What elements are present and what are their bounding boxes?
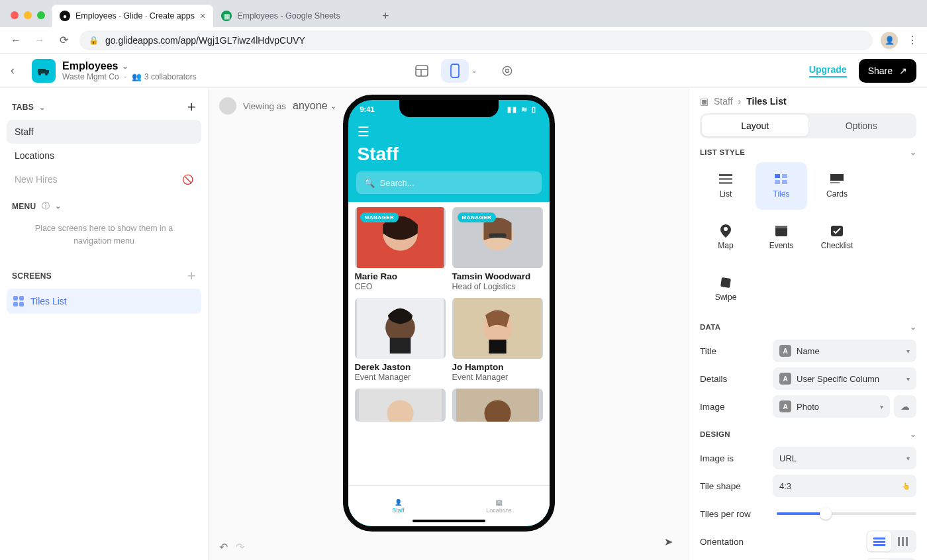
svg-rect-26 bbox=[719, 178, 732, 180]
add-tab-button[interactable]: + bbox=[187, 99, 196, 116]
device-tablet[interactable] bbox=[408, 59, 436, 83]
tiles-content[interactable]: MANAGER Marie Rao CEO MANAGER Tamsin Woo… bbox=[348, 202, 550, 506]
share-button[interactable]: Share ↗ bbox=[859, 59, 916, 83]
hamburger-icon[interactable]: ☰ bbox=[348, 120, 550, 140]
title-column-select[interactable]: AName▾ bbox=[773, 340, 916, 362]
window-controls[interactable] bbox=[11, 11, 45, 19]
app-back-button[interactable]: ‹ bbox=[11, 64, 25, 77]
profile-avatar[interactable]: 👤 bbox=[881, 32, 898, 49]
search-placeholder: Search... bbox=[380, 178, 415, 188]
browser-tab-sheets[interactable]: ▦ Employees - Google Sheets bbox=[213, 5, 372, 27]
tile-card[interactable]: Derek Jaston Event Manager bbox=[355, 298, 446, 382]
minimize-window[interactable] bbox=[24, 11, 32, 19]
list-style-section[interactable]: LIST STYLE ⌄ bbox=[700, 148, 916, 157]
phone-preview: 9:41 ▮▮ ≋ ▯ ☰ Staff 🔍 Search... MANAGER bbox=[343, 95, 555, 532]
style-events[interactable]: Events bbox=[756, 214, 807, 261]
screen-tiles-list[interactable]: Tiles List bbox=[7, 289, 201, 314]
maximize-window[interactable] bbox=[37, 11, 45, 19]
close-window[interactable] bbox=[11, 11, 19, 19]
undo-button[interactable]: ↶ bbox=[219, 541, 228, 553]
design-section[interactable]: DESIGN ⌄ bbox=[700, 430, 916, 439]
tile-card[interactable] bbox=[452, 389, 543, 422]
cursor-hand-icon: 👆 bbox=[902, 483, 910, 490]
add-screen-button[interactable]: + bbox=[187, 267, 196, 285]
tiles-per-row-slider[interactable] bbox=[777, 512, 916, 515]
chevron-down-icon: ⌄ bbox=[910, 322, 916, 332]
layers-icon: ▣ bbox=[700, 96, 708, 107]
map-pin-icon bbox=[718, 225, 733, 237]
screens-header[interactable]: SCREENS + bbox=[7, 263, 201, 289]
manager-badge: MANAGER bbox=[360, 212, 399, 222]
tile-card[interactable]: Jo Hampton Event Manager bbox=[452, 298, 543, 382]
svg-rect-17 bbox=[389, 338, 411, 353]
tab-locations[interactable]: Locations bbox=[7, 144, 201, 167]
list-icon bbox=[718, 173, 733, 185]
svg-rect-4 bbox=[416, 66, 428, 76]
style-map[interactable]: Map bbox=[700, 214, 752, 261]
upload-image-button[interactable]: ☁ bbox=[894, 395, 916, 418]
browser-tab-glide[interactable]: ● Employees · Glide · Create apps × bbox=[52, 5, 213, 27]
image-column-select[interactable]: APhoto▾ bbox=[773, 395, 890, 418]
tab-options[interactable]: Options bbox=[808, 115, 915, 136]
style-tiles[interactable]: Tiles bbox=[756, 162, 807, 210]
viewing-as-picker[interactable]: anyone ⌄ bbox=[293, 100, 336, 112]
forward-button[interactable]: → bbox=[32, 32, 48, 48]
svg-rect-29 bbox=[782, 174, 787, 178]
svg-point-8 bbox=[503, 66, 511, 75]
breadcrumb[interactable]: ▣ Staff › Tiles List bbox=[700, 96, 916, 107]
style-swipe[interactable]: Swipe bbox=[700, 265, 752, 313]
collaborators[interactable]: 👥 3 collaborators bbox=[132, 72, 197, 81]
url-input[interactable]: 🔒 go.glideapps.com/app/Wgj1GL7iwz4lHdvpC… bbox=[79, 30, 873, 50]
reload-button[interactable]: ⟳ bbox=[56, 32, 72, 48]
style-checklist[interactable]: Checklist bbox=[811, 214, 863, 261]
orientation-vertical[interactable] bbox=[891, 532, 915, 551]
svg-rect-30 bbox=[775, 180, 780, 184]
svg-rect-44 bbox=[906, 537, 908, 546]
redo-button[interactable]: ↷ bbox=[236, 541, 244, 553]
canvas: Viewing as anyone ⌄ 9:41 ▮▮ ≋ ▯ ☰ Staff … bbox=[209, 88, 689, 560]
new-tab-button[interactable]: + bbox=[376, 7, 395, 25]
inspector-tabs: Layout Options bbox=[700, 113, 916, 138]
menu-dropzone[interactable]: Place screens here to show them in a nav… bbox=[7, 216, 201, 254]
orientation-horizontal[interactable] bbox=[867, 532, 891, 551]
app-name-row[interactable]: Employees ⌄ bbox=[62, 60, 197, 72]
svg-rect-28 bbox=[775, 174, 780, 178]
tile-image bbox=[452, 389, 543, 422]
device-caret-icon[interactable]: ⌄ bbox=[471, 67, 477, 74]
tab-staff[interactable]: Staff bbox=[7, 120, 201, 144]
device-phone[interactable] bbox=[441, 59, 469, 83]
lock-icon: 🔒 bbox=[89, 36, 99, 45]
browser-menu-icon[interactable]: ⋮ bbox=[906, 34, 919, 46]
tile-card[interactable]: MANAGER Marie Rao CEO bbox=[355, 207, 446, 291]
app-name: Employees bbox=[62, 60, 118, 72]
svg-rect-41 bbox=[873, 544, 885, 546]
svg-point-1 bbox=[38, 73, 41, 75]
style-cards[interactable]: Cards bbox=[811, 162, 863, 210]
svg-rect-31 bbox=[782, 180, 787, 184]
svg-rect-7 bbox=[451, 64, 459, 77]
tab-layout[interactable]: Layout bbox=[702, 115, 808, 136]
settings-button[interactable] bbox=[495, 64, 519, 77]
close-tab-icon[interactable]: × bbox=[200, 11, 205, 21]
back-button[interactable]: ← bbox=[8, 32, 24, 48]
data-section[interactable]: DATA ⌄ bbox=[700, 322, 916, 332]
style-list[interactable]: List bbox=[700, 162, 752, 210]
tab-new-hires[interactable]: New Hires 🚫 bbox=[7, 167, 201, 191]
tile-card[interactable]: MANAGER Tamsin Woodward Head of Logistic… bbox=[452, 207, 543, 291]
calendar-icon bbox=[774, 225, 789, 237]
svg-rect-3 bbox=[46, 70, 49, 73]
home-indicator bbox=[413, 520, 485, 522]
anon-avatar-icon bbox=[219, 97, 236, 115]
tile-image bbox=[355, 389, 446, 422]
menu-header[interactable]: MENU ⓘ ⌄ bbox=[7, 197, 201, 216]
svg-rect-20 bbox=[489, 340, 506, 353]
orientation-toggle bbox=[866, 530, 916, 553]
tile-shape-select[interactable]: 4:3👆 bbox=[773, 475, 916, 497]
tabs-header[interactable]: TABS ⌄ + bbox=[7, 95, 201, 120]
tile-card[interactable] bbox=[355, 389, 446, 422]
search-field[interactable]: 🔍 Search... bbox=[356, 171, 542, 194]
image-is-select[interactable]: URL▾ bbox=[773, 447, 916, 469]
upgrade-link[interactable]: Upgrade bbox=[809, 64, 847, 77]
details-column-select[interactable]: AUser Specific Column▾ bbox=[773, 367, 916, 390]
swipe-icon bbox=[718, 277, 733, 289]
